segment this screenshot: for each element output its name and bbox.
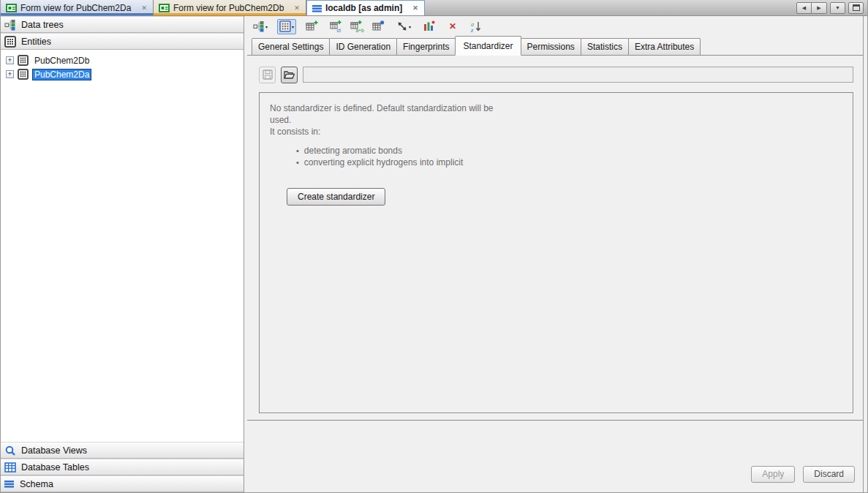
form-view-icon bbox=[159, 4, 170, 12]
sidebar-section-label: Data trees bbox=[21, 20, 64, 30]
tab-statistics[interactable]: Statistics bbox=[581, 38, 629, 55]
table-grid-icon bbox=[4, 462, 16, 473]
main-panel: ▾ ▾ ct a+b ▾ bbox=[247, 16, 864, 492]
sidebar-section-schema[interactable]: Schema bbox=[1, 475, 244, 492]
sidebar-section-data-trees[interactable]: Data trees bbox=[1, 16, 244, 33]
sidebar-section-label: Schema bbox=[20, 479, 53, 489]
svg-text:a+b: a+b bbox=[356, 28, 364, 33]
tab-standardizer[interactable]: Standardizer bbox=[455, 36, 521, 56]
tree-item-label[interactable]: PubChem2Db bbox=[32, 55, 91, 67]
tree-item-pubchem2db[interactable]: + PubChem2Db bbox=[1, 53, 244, 67]
tab-extra-attributes[interactable]: Extra Attributes bbox=[628, 38, 701, 55]
magnifier-icon bbox=[4, 445, 16, 456]
standardization-bullet-list: • detecting aromatic bonds • converting … bbox=[296, 145, 853, 168]
svg-text:ct: ct bbox=[337, 28, 341, 33]
sidebar-section-label: Database Views bbox=[21, 445, 87, 456]
chevron-down-icon: ▾ bbox=[265, 24, 268, 29]
diagonal-arrow-dropdown-icon[interactable]: ▾ bbox=[394, 19, 413, 34]
menu-lines-icon bbox=[312, 4, 322, 12]
bullet-text: detecting aromatic bonds bbox=[304, 145, 402, 157]
tree-item-label-selected[interactable]: PubChem2Da bbox=[32, 69, 91, 80]
list-item: • detecting aromatic bonds bbox=[296, 145, 853, 157]
delete-icon[interactable]: ✕ bbox=[445, 19, 461, 34]
delete-x-glyph: ✕ bbox=[449, 21, 456, 31]
entity-grid-icon bbox=[18, 69, 29, 80]
editor-tab-bar: Form view for PubChem2Da ✕ Form view for… bbox=[1, 0, 867, 16]
expand-icon[interactable]: + bbox=[6, 70, 14, 78]
editor-tab-label: Form view for PubChem2Db bbox=[173, 3, 284, 13]
add-table-ab-icon[interactable]: a+b bbox=[348, 19, 367, 34]
data-tree-dropdown-icon[interactable]: ▾ bbox=[251, 19, 270, 34]
expand-icon[interactable]: + bbox=[6, 56, 14, 64]
data-tree-icon bbox=[4, 19, 16, 31]
add-table-ct-icon[interactable]: ct bbox=[328, 19, 345, 34]
nav-forward-button[interactable]: ▶ bbox=[812, 2, 827, 14]
message-line: used. bbox=[270, 114, 853, 126]
message-line: No standardizer is defined. Default stan… bbox=[270, 102, 853, 114]
sidebar-bottom-sections: Database Views Database Tables Schema bbox=[1, 442, 244, 492]
form-view-icon bbox=[6, 4, 17, 12]
create-standardizer-button[interactable]: Create standardizer bbox=[287, 188, 385, 206]
sidebar-section-database-views[interactable]: Database Views bbox=[1, 442, 244, 459]
statistics-bars-icon[interactable] bbox=[420, 19, 437, 34]
editor-tab-label: localdb [as admin] bbox=[325, 3, 402, 13]
save-button[interactable] bbox=[259, 67, 276, 83]
bullet-icon: • bbox=[296, 145, 299, 157]
menu-lines-icon bbox=[4, 480, 15, 488]
tab-general-settings[interactable]: General Settings bbox=[252, 38, 330, 55]
discard-button[interactable]: Discard bbox=[803, 466, 855, 483]
entity-grid-icon bbox=[18, 55, 29, 66]
editor-tab-form-pubchem2db[interactable]: Form view for PubChem2Db ✕ bbox=[154, 0, 306, 15]
sidebar-section-label: Entities bbox=[21, 37, 51, 47]
standardizer-content-panel: No standardizer is defined. Default stan… bbox=[259, 92, 853, 413]
sort-az-icon[interactable]: az bbox=[468, 19, 484, 34]
message-line: It consists in: bbox=[270, 126, 853, 138]
editor-tab-form-pubchem2da[interactable]: Form view for PubChem2Da ✕ bbox=[1, 0, 154, 15]
chevron-down-icon: ▾ bbox=[292, 24, 294, 29]
standardizer-file-row bbox=[259, 61, 853, 88]
tab-fingerprints[interactable]: Fingerprints bbox=[396, 38, 456, 55]
maximize-button[interactable] bbox=[848, 2, 864, 14]
footer-bar: Apply Discard bbox=[247, 420, 863, 492]
table-reference-icon[interactable] bbox=[370, 19, 387, 34]
sidebar-section-entities[interactable]: Entities bbox=[1, 33, 244, 50]
close-icon[interactable]: ✕ bbox=[140, 4, 148, 12]
tree-item-pubchem2da[interactable]: + PubChem2Da bbox=[1, 67, 244, 81]
apply-button[interactable]: Apply bbox=[751, 466, 795, 483]
nav-back-button[interactable]: ◀ bbox=[796, 2, 812, 14]
settings-tab-bar: General Settings ID Generation Fingerpri… bbox=[247, 35, 863, 56]
application-window: Form view for PubChem2Da ✕ Form view for… bbox=[0, 0, 868, 493]
entities-tree: + PubChem2Db + PubChem2Da bbox=[1, 50, 244, 442]
footer-buttons: Apply Discard bbox=[751, 466, 855, 483]
sidebar: Data trees Entities + PubChem2Db + PubC bbox=[1, 16, 244, 492]
sidebar-section-label: Database Tables bbox=[21, 462, 89, 473]
close-icon[interactable]: ✕ bbox=[293, 4, 301, 12]
close-icon[interactable]: ✕ bbox=[412, 4, 419, 12]
grid-view-dropdown-icon[interactable]: ▾ bbox=[277, 19, 296, 34]
bullet-text: converting explicit hydrogens into impli… bbox=[304, 157, 463, 168]
entities-grid-icon bbox=[4, 36, 16, 48]
tab-navigation-controls: ◀ ▶ ▼ bbox=[796, 0, 867, 15]
sidebar-section-database-tables[interactable]: Database Tables bbox=[1, 459, 244, 475]
standardizer-path-input[interactable] bbox=[303, 67, 853, 83]
bullet-icon: • bbox=[296, 157, 299, 168]
tab-permissions[interactable]: Permissions bbox=[521, 38, 581, 55]
list-item: • converting explicit hydrogens into imp… bbox=[296, 157, 853, 168]
add-table-icon[interactable] bbox=[303, 19, 320, 34]
chevron-down-icon: ▾ bbox=[409, 24, 411, 29]
tab-list-dropdown-button[interactable]: ▼ bbox=[830, 2, 845, 14]
open-file-button[interactable] bbox=[281, 67, 298, 83]
editor-tab-localdb[interactable]: localdb [as admin] ✕ bbox=[306, 0, 425, 15]
editor-tab-label: Form view for PubChem2Da bbox=[20, 3, 131, 13]
tab-id-generation[interactable]: ID Generation bbox=[329, 38, 397, 55]
entity-toolbar: ▾ ▾ ct a+b ▾ bbox=[247, 16, 863, 35]
